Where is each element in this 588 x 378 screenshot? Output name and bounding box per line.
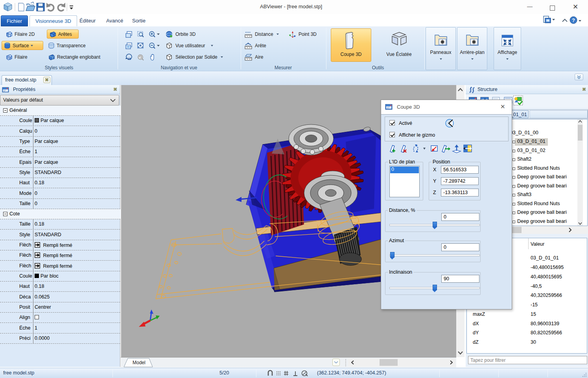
svg-text:35: 35 xyxy=(128,57,131,60)
svg-text:?: ? xyxy=(572,17,575,23)
svg-text:Model: Model xyxy=(133,360,146,365)
